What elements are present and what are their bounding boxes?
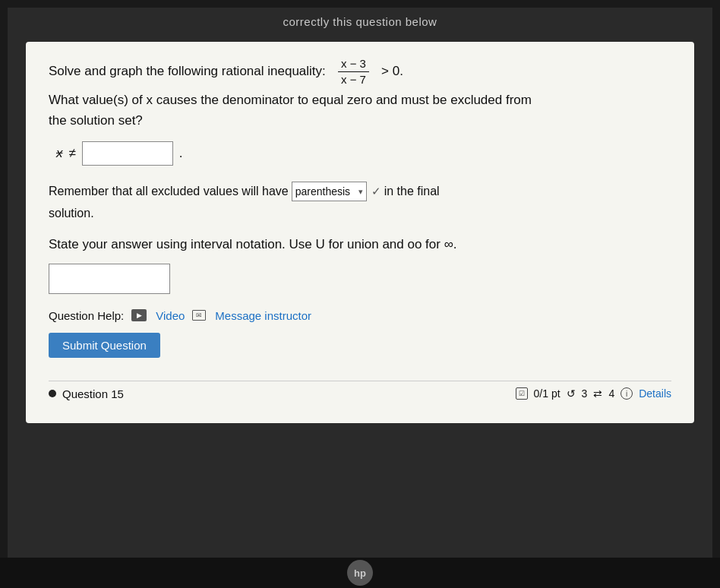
submit-button[interactable]: Submit Question bbox=[49, 333, 160, 358]
retries-label: 3 bbox=[582, 387, 588, 400]
checkmark-icon: ✓ bbox=[371, 182, 381, 201]
fraction-denominator: x − 7 bbox=[338, 72, 369, 87]
attempts-icon: ⇄ bbox=[593, 387, 602, 400]
bottom-bar: Question 15 ☑ 0/1 pt ↺ 3 ⇄ 4 i Details bbox=[49, 381, 671, 400]
parenthesis-dropdown[interactable]: parenthesis bracket either bbox=[295, 185, 363, 198]
submit-label: Submit Question bbox=[62, 339, 147, 352]
interval-notation-input[interactable] bbox=[49, 264, 170, 294]
what-values-line1: What value(s) of x causes the denominato… bbox=[49, 93, 532, 107]
score-label: 0/1 pt bbox=[534, 387, 561, 400]
what-values-line2: the solution set? bbox=[49, 113, 143, 128]
state-answer-line: State your answer using interval notatio… bbox=[49, 237, 457, 251]
remember-suffix: in the final bbox=[384, 181, 440, 201]
fraction-numerator: x − 3 bbox=[338, 57, 369, 72]
problem-prefix: Solve and graph the following rational i… bbox=[49, 64, 326, 78]
solution-word: solution. bbox=[49, 207, 94, 220]
hp-logo: hp bbox=[347, 560, 373, 586]
score-info: ☑ 0/1 pt ↺ 3 ⇄ 4 i Details bbox=[516, 387, 671, 400]
retry-icon: ↺ bbox=[567, 387, 576, 400]
fraction: x − 3 x − 7 bbox=[338, 57, 369, 87]
inequality-suffix: > 0. bbox=[381, 64, 403, 78]
neq-symbol: ≠ bbox=[69, 146, 76, 161]
info-circle-icon: i bbox=[621, 387, 633, 400]
question-dot bbox=[49, 390, 56, 397]
message-instructor-link[interactable]: Message instructor bbox=[215, 309, 311, 322]
mail-icon: ✉ bbox=[192, 310, 206, 321]
x-neq-row: x ≠ . bbox=[56, 141, 671, 166]
video-icon: ▶ bbox=[131, 309, 147, 321]
content-area: Solve and graph the following rational i… bbox=[26, 42, 694, 423]
taskbar: hp bbox=[0, 558, 720, 588]
state-answer-text: State your answer using interval notatio… bbox=[49, 234, 671, 254]
top-bar-text: correctly this question below bbox=[283, 15, 437, 28]
attempts-label: 4 bbox=[608, 387, 614, 400]
details-link[interactable]: Details bbox=[639, 387, 671, 400]
video-link[interactable]: Video bbox=[156, 309, 185, 322]
problem-statement: Solve and graph the following rational i… bbox=[49, 57, 671, 87]
question-help-label: Question Help: bbox=[49, 309, 124, 322]
remember-prefix: Remember that all excluded values will h… bbox=[49, 181, 289, 201]
x-label: x bbox=[56, 146, 63, 161]
taskbar-logo-text: hp bbox=[354, 567, 366, 579]
parenthesis-dropdown-wrapper[interactable]: parenthesis bracket either bbox=[292, 182, 367, 201]
period: . bbox=[179, 146, 183, 161]
remember-text: Remember that all excluded values will h… bbox=[49, 181, 671, 201]
top-bar: correctly this question below bbox=[26, 8, 694, 34]
score-icon: ☑ bbox=[516, 387, 528, 400]
x-value-input[interactable] bbox=[82, 141, 173, 166]
question-label: Question 15 bbox=[62, 387, 124, 400]
question-number: Question 15 bbox=[49, 387, 124, 400]
solution-text: solution. bbox=[49, 207, 671, 220]
question-help-row: Question Help: ▶ Video ✉ Message instruc… bbox=[49, 309, 671, 322]
what-values-text: What value(s) of x causes the denominato… bbox=[49, 90, 671, 131]
